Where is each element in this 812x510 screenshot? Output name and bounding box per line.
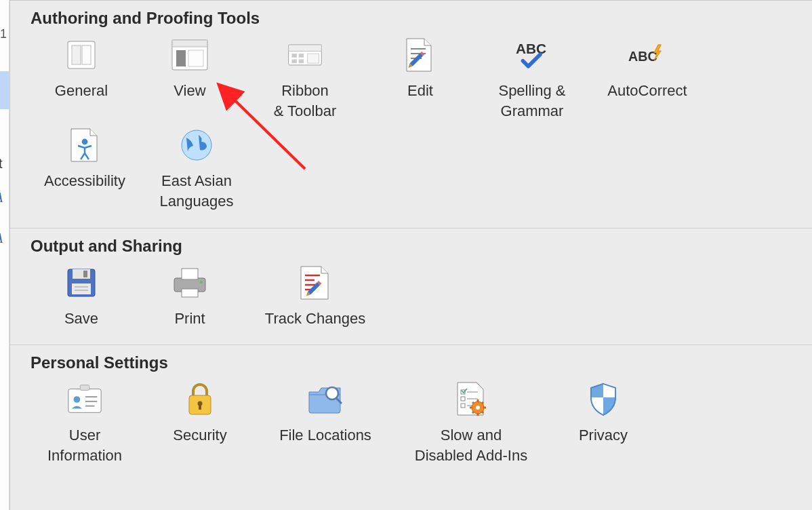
- layout-window-icon: [171, 36, 209, 74]
- svg-rect-6: [188, 50, 203, 66]
- svg-rect-4: [172, 40, 207, 47]
- svg-rect-41: [68, 389, 101, 413]
- svg-rect-13: [308, 54, 319, 63]
- svg-rect-2: [82, 45, 91, 64]
- pref-view-button[interactable]: View: [139, 36, 241, 121]
- label: East AsianLanguages: [160, 171, 234, 211]
- label: Slow andDisabled Add-Ins: [415, 425, 527, 465]
- floppy-disk-icon: [62, 264, 100, 302]
- selection-highlight: [0, 71, 9, 109]
- pref-east-asian-languages-button[interactable]: East AsianLanguages: [146, 126, 247, 211]
- svg-point-33: [200, 281, 203, 283]
- pref-file-locations-button[interactable]: File Locations: [261, 380, 390, 465]
- section-authoring: Authoring and Proofing Tools General: [10, 1, 812, 229]
- svg-text:ABC: ABC: [628, 49, 657, 64]
- preferences-panel: Authoring and Proofing Tools General: [9, 0, 812, 510]
- label: Ribbon& Toolbar: [274, 81, 337, 121]
- label: Spelling &Grammar: [498, 81, 565, 121]
- glyph-a2: A: [0, 231, 3, 246]
- pref-slow-disabled-addins-button[interactable]: Slow andDisabled Add-Ins: [397, 380, 546, 465]
- id-card-icon: [66, 380, 104, 418]
- pref-autocorrect-button[interactable]: ABC AutoCorrect: [593, 36, 702, 121]
- svg-point-23: [182, 130, 211, 160]
- line-number: 1: [0, 27, 7, 41]
- label: Edit: [407, 81, 433, 101]
- svg-rect-12: [299, 60, 304, 64]
- glyph-a: A: [0, 190, 3, 205]
- label: View: [174, 81, 205, 101]
- padlock-icon: [181, 380, 219, 418]
- label: Print: [174, 309, 205, 329]
- grid-output: Save Print: [10, 264, 812, 334]
- svg-rect-49: [199, 404, 201, 410]
- section-personal: Personal Settings UserInformation: [10, 345, 812, 482]
- heading-personal: Personal Settings: [31, 353, 812, 372]
- svg-rect-11: [291, 60, 296, 64]
- checklist-gear-icon: [452, 380, 490, 418]
- pref-general-button[interactable]: General: [31, 36, 132, 121]
- label: File Locations: [279, 425, 371, 446]
- track-changes-icon: [296, 264, 334, 302]
- grid-personal: UserInformation Security: [10, 380, 812, 471]
- pref-spelling-grammar-button[interactable]: ABC Spelling &Grammar: [478, 36, 586, 121]
- grid-authoring: General View: [10, 36, 812, 217]
- printer-icon: [171, 264, 209, 302]
- shield-icon: [584, 380, 622, 418]
- svg-rect-32: [182, 289, 198, 297]
- pref-print-button[interactable]: Print: [139, 264, 241, 329]
- svg-rect-42: [80, 385, 89, 391]
- svg-rect-31: [182, 269, 198, 279]
- svg-point-50: [326, 387, 338, 399]
- pref-privacy-button[interactable]: Privacy: [552, 380, 654, 465]
- pref-save-button[interactable]: Save: [31, 264, 132, 329]
- document-pencil-icon: [401, 36, 439, 74]
- glyph-t: t: [0, 156, 3, 172]
- svg-rect-1: [72, 45, 81, 64]
- svg-rect-8: [289, 45, 322, 51]
- pref-accessibility-button[interactable]: Accessibility: [31, 126, 139, 211]
- accessibility-person-icon: [66, 126, 104, 164]
- abc-lightning-icon: ABC: [628, 36, 666, 74]
- abc-check-icon: ABC: [513, 36, 551, 74]
- svg-rect-26: [83, 271, 87, 277]
- pref-ribbon-toolbar-button[interactable]: Ribbon& Toolbar: [247, 36, 363, 121]
- pref-edit-button[interactable]: Edit: [369, 36, 471, 121]
- toggle-switch-icon: [62, 36, 100, 74]
- svg-point-59: [476, 406, 480, 410]
- heading-authoring: Authoring and Proofing Tools: [31, 9, 812, 28]
- pref-track-changes-button[interactable]: Track Changes: [247, 264, 383, 329]
- heading-output: Output and Sharing: [31, 237, 812, 256]
- ribbon-icon: [286, 36, 324, 74]
- pref-user-information-button[interactable]: UserInformation: [31, 380, 139, 465]
- svg-point-22: [83, 140, 87, 144]
- svg-rect-5: [176, 50, 186, 66]
- label: Accessibility: [44, 171, 125, 191]
- section-output: Output and Sharing Save: [10, 229, 812, 346]
- svg-line-66: [472, 412, 474, 413]
- folder-magnifier-icon: [306, 380, 344, 418]
- svg-line-65: [482, 412, 483, 413]
- label: Save: [64, 309, 98, 329]
- label: AutoCorrect: [607, 81, 687, 101]
- globe-icon: [178, 126, 216, 164]
- label: UserInformation: [47, 425, 122, 465]
- label: General: [55, 81, 108, 101]
- document-strip: 1 t A A: [0, 0, 9, 510]
- svg-point-43: [74, 397, 81, 404]
- label: Privacy: [579, 425, 628, 446]
- svg-rect-27: [72, 283, 91, 294]
- svg-line-67: [482, 402, 483, 404]
- pref-security-button[interactable]: Security: [146, 380, 254, 465]
- label: Track Changes: [265, 309, 365, 329]
- svg-rect-25: [73, 269, 90, 279]
- svg-rect-9: [291, 54, 296, 58]
- svg-rect-10: [299, 54, 304, 58]
- label: Security: [173, 425, 226, 446]
- svg-line-64: [472, 402, 474, 404]
